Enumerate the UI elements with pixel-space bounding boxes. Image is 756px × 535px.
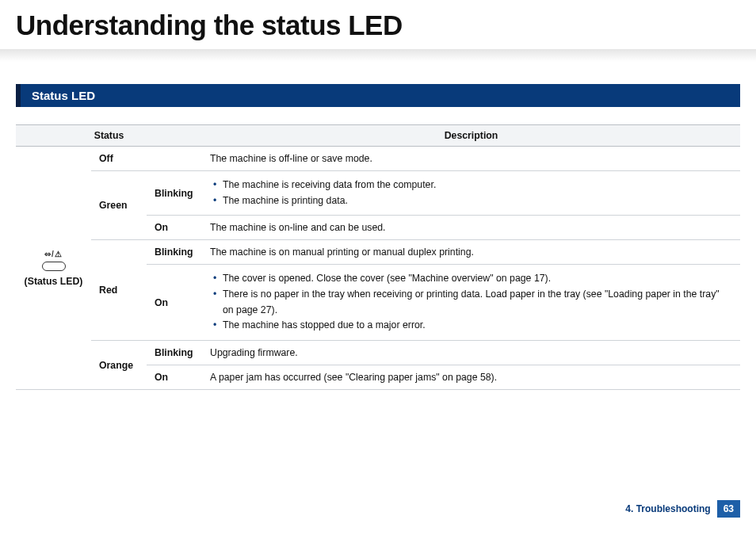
section-title: Status LED [21,84,740,107]
col-description: Description [202,125,740,147]
footer-chapter: 4. Troubleshooting [625,503,710,514]
section-header: Status LED [16,84,740,107]
list-item: The cover is opened. Close the cover (se… [210,271,732,287]
state-orange-blinking: Blinking [147,341,202,365]
state-orange-on: On [147,365,202,390]
state-green-on: On [147,216,202,240]
status-led-label: (Status LED) [24,276,83,287]
desc-red-on: The cover is opened. Close the cover (se… [202,265,740,341]
state-green-blinking: Blinking [147,171,202,216]
desc-orange-on: A paper jam has occurred (see "Clearing … [202,365,740,390]
desc-green-on: The machine is on-line and can be used. [202,216,740,240]
state-off: Off [91,147,202,171]
list-item: The machine has stopped due to a major e… [210,318,732,334]
list-item: There is no paper in the tray when recei… [210,287,732,318]
footer-page-number: 63 [717,500,740,518]
desc-green-blinking: The machine is receiving data from the c… [202,171,740,216]
state-red-on: On [147,265,202,341]
col-status: Status [16,125,202,147]
status-led-cell: ⇔/⚠ (Status LED) [16,147,91,390]
table-row: Red Blinking The machine is on manual pr… [16,240,740,265]
list-item: The machine is receiving data from the c… [210,178,732,193]
desc-red-blinking: The machine is on manual printing or man… [202,240,740,265]
table-row: Orange Blinking Upgrading firmware. [16,341,740,365]
table-header-row: Status Description [16,125,740,147]
table-row: Green Blinking The machine is receiving … [16,171,740,216]
title-shadow [0,49,756,62]
desc-off: The machine is off-line or save mode. [202,147,740,171]
led-glyphs-icon: ⇔/⚠ [44,250,63,258]
table-row: ⇔/⚠ (Status LED) Off The machine is off-… [16,147,740,171]
led-shape-icon [42,262,66,271]
color-orange: Orange [91,341,147,390]
page-footer: 4. Troubleshooting 63 [625,500,740,518]
color-red: Red [91,240,147,341]
list-item: The machine is printing data. [210,193,732,209]
desc-orange-blinking: Upgrading firmware. [202,341,740,365]
color-green: Green [91,171,147,240]
state-red-blinking: Blinking [147,240,202,265]
page-title: Understanding the status LED [16,10,740,49]
status-led-table: Status Description ⇔/⚠ (Status LED) Off … [16,124,740,390]
status-led-icon: ⇔/⚠ [24,250,83,271]
